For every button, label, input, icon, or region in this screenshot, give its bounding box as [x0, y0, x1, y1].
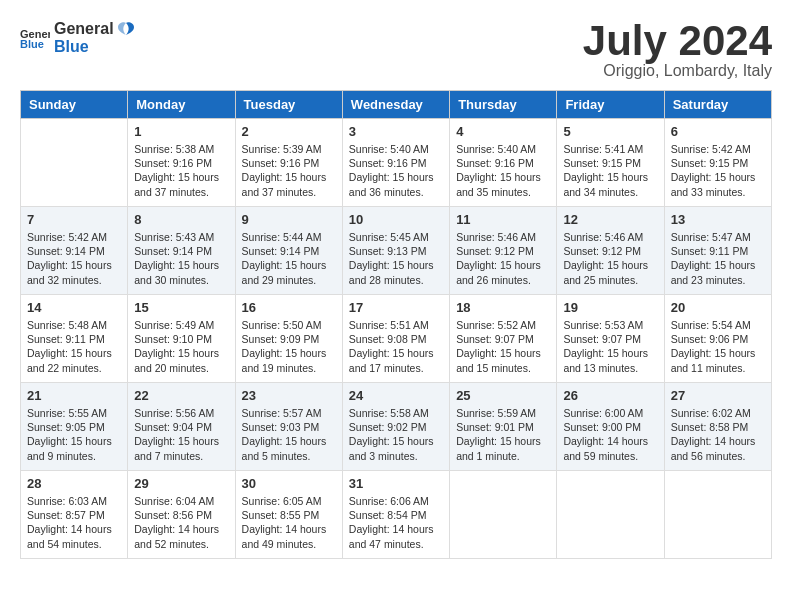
day-number: 10 — [349, 212, 443, 227]
day-number: 24 — [349, 388, 443, 403]
calendar-cell: 31Sunrise: 6:06 AM Sunset: 8:54 PM Dayli… — [342, 471, 449, 559]
calendar-cell: 19Sunrise: 5:53 AM Sunset: 9:07 PM Dayli… — [557, 295, 664, 383]
day-info: Sunrise: 6:05 AM Sunset: 8:55 PM Dayligh… — [242, 494, 336, 551]
logo: General Blue General Blue — [20, 20, 136, 56]
calendar-cell: 20Sunrise: 5:54 AM Sunset: 9:06 PM Dayli… — [664, 295, 771, 383]
month-title: July 2024 — [583, 20, 772, 62]
day-info: Sunrise: 5:40 AM Sunset: 9:16 PM Dayligh… — [349, 142, 443, 199]
day-info: Sunrise: 5:38 AM Sunset: 9:16 PM Dayligh… — [134, 142, 228, 199]
day-info: Sunrise: 5:46 AM Sunset: 9:12 PM Dayligh… — [456, 230, 550, 287]
day-info: Sunrise: 6:06 AM Sunset: 8:54 PM Dayligh… — [349, 494, 443, 551]
day-info: Sunrise: 5:46 AM Sunset: 9:12 PM Dayligh… — [563, 230, 657, 287]
calendar-cell: 7Sunrise: 5:42 AM Sunset: 9:14 PM Daylig… — [21, 207, 128, 295]
calendar-table: SundayMondayTuesdayWednesdayThursdayFrid… — [20, 90, 772, 559]
calendar-cell: 16Sunrise: 5:50 AM Sunset: 9:09 PM Dayli… — [235, 295, 342, 383]
calendar-cell: 25Sunrise: 5:59 AM Sunset: 9:01 PM Dayli… — [450, 383, 557, 471]
day-number: 26 — [563, 388, 657, 403]
day-info: Sunrise: 5:51 AM Sunset: 9:08 PM Dayligh… — [349, 318, 443, 375]
day-info: Sunrise: 5:42 AM Sunset: 9:14 PM Dayligh… — [27, 230, 121, 287]
day-number: 11 — [456, 212, 550, 227]
calendar-week-row: 1Sunrise: 5:38 AM Sunset: 9:16 PM Daylig… — [21, 119, 772, 207]
calendar-cell: 1Sunrise: 5:38 AM Sunset: 9:16 PM Daylig… — [128, 119, 235, 207]
calendar-cell: 24Sunrise: 5:58 AM Sunset: 9:02 PM Dayli… — [342, 383, 449, 471]
weekday-header-thursday: Thursday — [450, 91, 557, 119]
weekday-header-saturday: Saturday — [664, 91, 771, 119]
day-info: Sunrise: 5:56 AM Sunset: 9:04 PM Dayligh… — [134, 406, 228, 463]
logo-blue-text: Blue — [54, 38, 89, 55]
calendar-cell: 2Sunrise: 5:39 AM Sunset: 9:16 PM Daylig… — [235, 119, 342, 207]
day-info: Sunrise: 5:58 AM Sunset: 9:02 PM Dayligh… — [349, 406, 443, 463]
day-number: 22 — [134, 388, 228, 403]
calendar-cell: 9Sunrise: 5:44 AM Sunset: 9:14 PM Daylig… — [235, 207, 342, 295]
calendar-cell: 26Sunrise: 6:00 AM Sunset: 9:00 PM Dayli… — [557, 383, 664, 471]
calendar-cell: 30Sunrise: 6:05 AM Sunset: 8:55 PM Dayli… — [235, 471, 342, 559]
day-number: 20 — [671, 300, 765, 315]
weekday-header-sunday: Sunday — [21, 91, 128, 119]
calendar-week-row: 21Sunrise: 5:55 AM Sunset: 9:05 PM Dayli… — [21, 383, 772, 471]
calendar-cell: 29Sunrise: 6:04 AM Sunset: 8:56 PM Dayli… — [128, 471, 235, 559]
day-info: Sunrise: 5:44 AM Sunset: 9:14 PM Dayligh… — [242, 230, 336, 287]
weekday-header-friday: Friday — [557, 91, 664, 119]
calendar-cell: 23Sunrise: 5:57 AM Sunset: 9:03 PM Dayli… — [235, 383, 342, 471]
day-info: Sunrise: 6:03 AM Sunset: 8:57 PM Dayligh… — [27, 494, 121, 551]
day-number: 6 — [671, 124, 765, 139]
day-info: Sunrise: 5:40 AM Sunset: 9:16 PM Dayligh… — [456, 142, 550, 199]
weekday-header-monday: Monday — [128, 91, 235, 119]
day-info: Sunrise: 5:49 AM Sunset: 9:10 PM Dayligh… — [134, 318, 228, 375]
calendar-cell: 13Sunrise: 5:47 AM Sunset: 9:11 PM Dayli… — [664, 207, 771, 295]
day-info: Sunrise: 5:39 AM Sunset: 9:16 PM Dayligh… — [242, 142, 336, 199]
svg-text:Blue: Blue — [20, 38, 44, 50]
day-info: Sunrise: 5:55 AM Sunset: 9:05 PM Dayligh… — [27, 406, 121, 463]
calendar-cell: 3Sunrise: 5:40 AM Sunset: 9:16 PM Daylig… — [342, 119, 449, 207]
calendar-cell: 27Sunrise: 6:02 AM Sunset: 8:58 PM Dayli… — [664, 383, 771, 471]
day-number: 14 — [27, 300, 121, 315]
location-title: Origgio, Lombardy, Italy — [583, 62, 772, 80]
day-info: Sunrise: 6:00 AM Sunset: 9:00 PM Dayligh… — [563, 406, 657, 463]
logo-icon: General Blue — [20, 26, 50, 50]
day-number: 4 — [456, 124, 550, 139]
day-info: Sunrise: 5:42 AM Sunset: 9:15 PM Dayligh… — [671, 142, 765, 199]
day-number: 17 — [349, 300, 443, 315]
calendar-cell: 22Sunrise: 5:56 AM Sunset: 9:04 PM Dayli… — [128, 383, 235, 471]
day-number: 18 — [456, 300, 550, 315]
page-header: General Blue General Blue July 2024 Orig… — [20, 20, 772, 80]
day-info: Sunrise: 5:41 AM Sunset: 9:15 PM Dayligh… — [563, 142, 657, 199]
day-info: Sunrise: 6:04 AM Sunset: 8:56 PM Dayligh… — [134, 494, 228, 551]
day-number: 15 — [134, 300, 228, 315]
day-info: Sunrise: 5:48 AM Sunset: 9:11 PM Dayligh… — [27, 318, 121, 375]
title-section: July 2024 Origgio, Lombardy, Italy — [583, 20, 772, 80]
calendar-cell: 5Sunrise: 5:41 AM Sunset: 9:15 PM Daylig… — [557, 119, 664, 207]
day-number: 29 — [134, 476, 228, 491]
calendar-week-row: 14Sunrise: 5:48 AM Sunset: 9:11 PM Dayli… — [21, 295, 772, 383]
calendar-cell — [450, 471, 557, 559]
calendar-cell: 15Sunrise: 5:49 AM Sunset: 9:10 PM Dayli… — [128, 295, 235, 383]
calendar-week-row: 28Sunrise: 6:03 AM Sunset: 8:57 PM Dayli… — [21, 471, 772, 559]
day-number: 1 — [134, 124, 228, 139]
day-info: Sunrise: 5:50 AM Sunset: 9:09 PM Dayligh… — [242, 318, 336, 375]
day-info: Sunrise: 5:53 AM Sunset: 9:07 PM Dayligh… — [563, 318, 657, 375]
weekday-header-tuesday: Tuesday — [235, 91, 342, 119]
calendar-cell — [21, 119, 128, 207]
day-number: 25 — [456, 388, 550, 403]
day-info: Sunrise: 5:59 AM Sunset: 9:01 PM Dayligh… — [456, 406, 550, 463]
day-number: 9 — [242, 212, 336, 227]
day-info: Sunrise: 5:43 AM Sunset: 9:14 PM Dayligh… — [134, 230, 228, 287]
day-number: 31 — [349, 476, 443, 491]
day-number: 5 — [563, 124, 657, 139]
calendar-cell: 17Sunrise: 5:51 AM Sunset: 9:08 PM Dayli… — [342, 295, 449, 383]
calendar-cell: 14Sunrise: 5:48 AM Sunset: 9:11 PM Dayli… — [21, 295, 128, 383]
weekday-header-wednesday: Wednesday — [342, 91, 449, 119]
day-number: 23 — [242, 388, 336, 403]
day-info: Sunrise: 5:47 AM Sunset: 9:11 PM Dayligh… — [671, 230, 765, 287]
day-number: 3 — [349, 124, 443, 139]
calendar-cell — [557, 471, 664, 559]
day-info: Sunrise: 5:52 AM Sunset: 9:07 PM Dayligh… — [456, 318, 550, 375]
calendar-cell: 11Sunrise: 5:46 AM Sunset: 9:12 PM Dayli… — [450, 207, 557, 295]
calendar-cell: 4Sunrise: 5:40 AM Sunset: 9:16 PM Daylig… — [450, 119, 557, 207]
day-number: 21 — [27, 388, 121, 403]
calendar-cell: 28Sunrise: 6:03 AM Sunset: 8:57 PM Dayli… — [21, 471, 128, 559]
calendar-cell: 18Sunrise: 5:52 AM Sunset: 9:07 PM Dayli… — [450, 295, 557, 383]
calendar-cell: 6Sunrise: 5:42 AM Sunset: 9:15 PM Daylig… — [664, 119, 771, 207]
calendar-cell: 21Sunrise: 5:55 AM Sunset: 9:05 PM Dayli… — [21, 383, 128, 471]
day-info: Sunrise: 5:57 AM Sunset: 9:03 PM Dayligh… — [242, 406, 336, 463]
